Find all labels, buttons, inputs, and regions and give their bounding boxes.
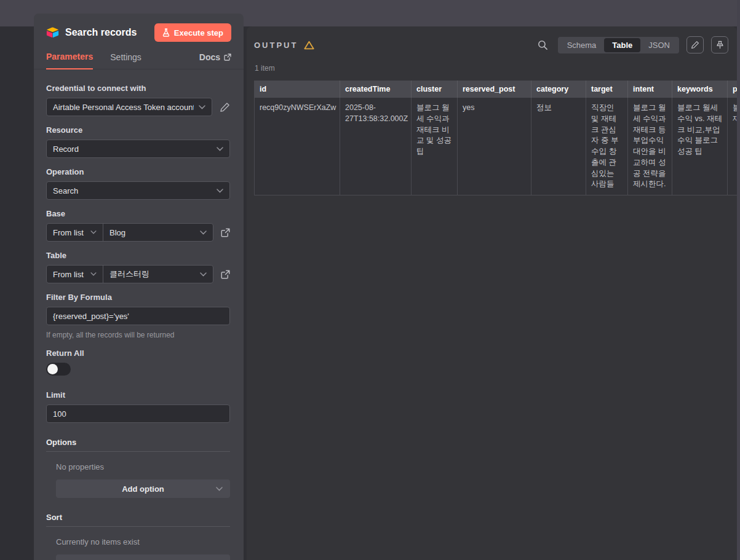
- edit-output-button[interactable]: [686, 36, 704, 53]
- credential-label: Credential to connect with: [46, 84, 230, 93]
- sort-section-header: Sort: [46, 513, 230, 527]
- chevron-down-icon: [200, 231, 207, 235]
- table-value-select[interactable]: 클러스터링: [103, 266, 213, 283]
- cell-category: 정보: [531, 98, 586, 195]
- output-table-wrapper: idcreatedTimeclusterreserved_postcategor…: [254, 81, 737, 195]
- table-mode-select[interactable]: From list: [47, 266, 103, 283]
- chevron-down-icon: [217, 147, 223, 151]
- external-link-icon: [224, 53, 231, 61]
- edit-credential-icon[interactable]: [220, 102, 230, 112]
- toggle-knob: [47, 364, 58, 374]
- sort-empty-text: Currently no items exist: [56, 537, 230, 546]
- base-mode-value: From list: [53, 228, 86, 237]
- table-header-row: idcreatedTimeclusterreserved_postcategor…: [255, 81, 738, 98]
- pencil-icon: [691, 41, 699, 49]
- output-panel: OUTPUT Schema Table JSON: [247, 26, 737, 560]
- base-value: Blog: [109, 228, 195, 237]
- search-icon[interactable]: [538, 40, 548, 50]
- chevron-down-icon: [90, 272, 97, 276]
- execute-step-button[interactable]: Execute step: [154, 23, 231, 42]
- chevron-down-icon: [217, 189, 223, 193]
- options-empty-text: No properties: [56, 462, 230, 471]
- column-header-createdTime: createdTime: [340, 81, 412, 98]
- limit-input[interactable]: [46, 404, 230, 423]
- view-mode-json[interactable]: JSON: [640, 38, 678, 52]
- operation-value: Search: [53, 186, 212, 195]
- parameters-form: Credential to connect with Airtable Pers…: [34, 69, 244, 560]
- cell-reserved_post: yes: [458, 98, 531, 195]
- credential-select[interactable]: Airtable Personal Access Token account: [46, 98, 212, 116]
- table-row: recq90zyNWSErXaZw2025-08-27T13:58:32.000…: [255, 98, 738, 195]
- chevron-down-icon: [216, 487, 223, 491]
- docs-label: Docs: [199, 52, 220, 62]
- node-header: Search records Execute step: [34, 14, 244, 42]
- view-mode-switcher: Schema Table JSON: [558, 37, 679, 53]
- node-settings-panel: Search records Execute step Parameters S…: [34, 14, 244, 560]
- column-header-category: category: [531, 81, 586, 98]
- view-mode-table[interactable]: Table: [604, 38, 640, 52]
- cell-target: 직장인 및 재테크 관심자 중 부수입 창출에 관심있는 사람들: [586, 98, 628, 195]
- node-title: Search records: [65, 27, 148, 38]
- node-tabs: Parameters Settings Docs: [34, 42, 244, 69]
- table-value: 클러스터링: [109, 269, 195, 280]
- flask-icon: [162, 28, 170, 37]
- column-header-keywords: keywords: [672, 81, 728, 98]
- output-title: OUTPUT: [254, 41, 298, 50]
- column-header-prompt: prompt: [728, 81, 738, 98]
- items-count: 1 item: [255, 64, 737, 73]
- options-section-header: Options: [46, 438, 230, 452]
- table-selector: From list 클러스터링: [46, 265, 213, 283]
- filter-formula-hint: If empty, all the records will be return…: [46, 331, 230, 339]
- resource-select[interactable]: Record: [46, 140, 230, 158]
- pin-data-button[interactable]: [711, 36, 728, 53]
- table-mode-value: From list: [53, 270, 86, 279]
- resource-label: Resource: [46, 125, 230, 135]
- view-mode-schema[interactable]: Schema: [559, 38, 605, 52]
- limit-label: Limit: [46, 390, 230, 400]
- table-label: Table: [46, 251, 230, 260]
- tab-parameters[interactable]: Parameters: [46, 52, 93, 69]
- airtable-logo-icon: [46, 27, 59, 38]
- open-base-external-icon[interactable]: [221, 228, 230, 237]
- credential-value: Airtable Personal Access Token account: [53, 103, 194, 112]
- canvas-backdrop-right: [737, 0, 740, 560]
- docs-link[interactable]: Docs: [199, 52, 231, 69]
- cell-keywords: 블로그 월세 수익 vs. 재테크 비교,부업수익 블로그 성공 팁: [672, 98, 728, 195]
- filter-formula-label: Filter By Formula: [46, 293, 230, 302]
- operation-select[interactable]: Search: [46, 181, 230, 200]
- return-all-toggle[interactable]: [46, 363, 71, 376]
- base-selector: From list Blog: [46, 223, 213, 242]
- return-all-label: Return All: [46, 349, 230, 358]
- tab-settings[interactable]: Settings: [110, 52, 141, 69]
- chevron-down-icon: [199, 105, 205, 109]
- base-mode-select[interactable]: From list: [47, 224, 103, 241]
- cell-cluster: 블로그 월세 수익과 재테크 비교 및 성공 팁: [412, 98, 458, 195]
- column-header-target: target: [586, 81, 628, 98]
- open-table-external-icon[interactable]: [221, 270, 230, 279]
- chevron-down-icon: [200, 272, 207, 277]
- n8n-node-details-view: { "colors": { "accent": "#ff6d5a", "warn…: [0, 0, 740, 560]
- base-label: Base: [46, 209, 230, 218]
- execute-step-label: Execute step: [174, 28, 223, 37]
- base-value-select[interactable]: Blog: [103, 224, 213, 241]
- add-option-button[interactable]: Add option: [56, 479, 230, 498]
- column-header-reserved_post: reserved_post: [458, 81, 531, 98]
- cell-id: recq90zyNWSErXaZw: [255, 98, 340, 195]
- chevron-down-icon: [90, 231, 97, 234]
- cell-intent: 블로그 월세 수익과 재테크 등 부업수익 대안을 비교하며 성공 전략을 제시…: [628, 98, 672, 195]
- cell-createdTime: 2025-08-27T13:58:32.000Z: [340, 98, 412, 195]
- resource-value: Record: [53, 144, 212, 154]
- pin-icon: [716, 41, 724, 49]
- column-header-id: id: [255, 81, 340, 98]
- column-header-cluster: cluster: [412, 81, 458, 98]
- cell-prompt: 블로그 월세 수익과 재테크: [728, 98, 738, 195]
- output-header: OUTPUT Schema Table JSON: [247, 26, 737, 53]
- add-option-label: Add option: [122, 484, 164, 494]
- output-table: idcreatedTimeclusterreserved_postcategor…: [254, 81, 737, 195]
- warning-triangle-icon: [304, 41, 314, 50]
- filter-formula-input[interactable]: [46, 307, 230, 325]
- column-header-intent: intent: [628, 81, 672, 98]
- add-sort-rule-button[interactable]: Add Sort Rule: [56, 554, 230, 560]
- operation-label: Operation: [46, 167, 230, 176]
